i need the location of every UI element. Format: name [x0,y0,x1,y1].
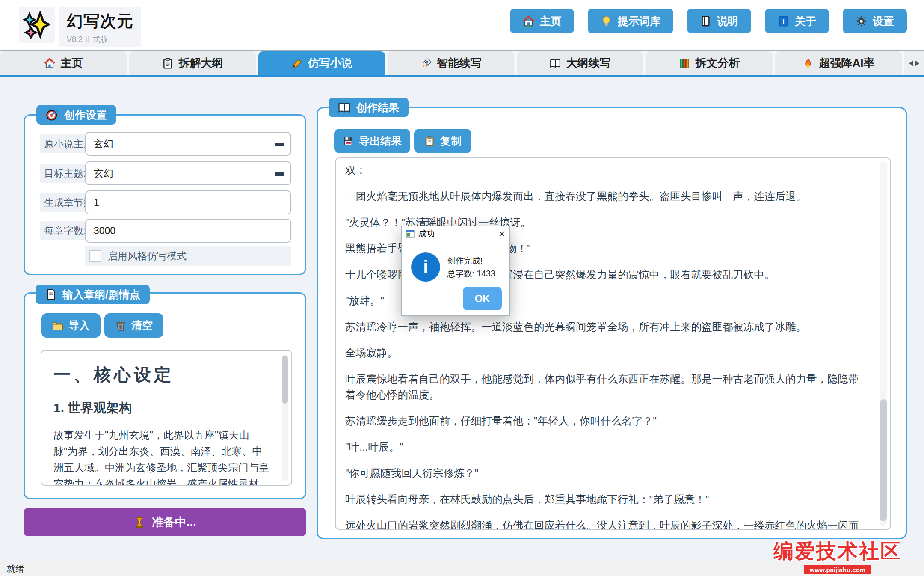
svg-text:i: i [782,17,785,25]
trash-icon [115,320,126,331]
copy-button[interactable]: 复制 [414,129,471,153]
result-textarea[interactable]: 双： 一团火焰毫无预兆地从叶辰体内爆发而出，直接吞没了黑熊的拳头。盗匪头目惨叫一… [335,157,891,530]
settings-panel-title: 创作设置 [64,108,107,122]
tab-home-label: 主页 [61,56,83,71]
tab-text-analysis-label: 拆文分析 [696,56,740,71]
watermark: 编爱技术社区 www.paijiahu.com [773,538,902,574]
dialog-message-line1: 创作完成! [447,254,495,267]
open-book-icon [338,101,351,114]
status-text: 就绪 [7,563,24,575]
outline-panel: 导入 清空 一、核心设定 1. 世界观架构 故事发生于"九州玄境"，此界以五座"… [24,292,306,499]
result-paragraph: 叶辰震惊地看着自己的双手，他能感觉到，体内似乎有什么东西正在苏醒。那是一种古老而… [345,371,863,403]
document-icon [45,288,57,300]
settings-panel: 原小说主题: 玄幻 目标主题: 玄幻 生成章节数: 1 每章字数: 3000 启… [24,114,306,275]
scroll-right-icon[interactable] [915,60,922,66]
generate-button[interactable]: 准备中... [24,508,306,536]
target-theme-select[interactable]: 玄幻 [85,161,291,185]
hourglass-icon [133,516,145,528]
dialog-ok-button[interactable]: OK [463,287,502,310]
app-logo: 幻写次元 V8.2 正式版 [19,7,141,47]
home-button-label: 主页 [540,14,561,28]
home-button[interactable]: 主页 [510,9,574,33]
tab-scroll-arrows[interactable] [904,51,924,75]
tab-smart-continue[interactable]: 智能续写 [388,51,514,75]
style-imitate-checkbox[interactable] [89,250,101,262]
export-result-button[interactable]: 导出结果 [334,129,410,153]
success-dialog: 成功 × i 创作完成! 总字数: 1433 OK [401,226,510,316]
outline-scrollbar[interactable] [282,354,288,481]
tab-home[interactable]: 主页 [0,51,127,75]
rocket-icon [421,58,432,69]
tab-reduce-ai[interactable]: 超强降AI率 [775,51,902,75]
home-icon [44,58,55,69]
tab-outline-continue[interactable]: 大纲续写 [517,51,643,75]
result-paragraph: "叶...叶辰。" [345,439,863,455]
tab-outline-split-label: 拆解大纲 [179,56,223,71]
outline-paragraph: 故事发生于"九州玄境"，此界以五座"镇天山脉"为界，划分出东炎、西漠、南泽、北寒… [53,427,272,486]
dialog-close-button[interactable]: × [499,228,505,239]
tab-imitate-novel-label: 仿写小说 [308,56,352,71]
outline-panel-header: 输入章纲/剧情点 [36,285,150,304]
dialog-message-line2: 总字数: 1433 [447,267,495,280]
books-icon [679,58,690,69]
tabs: 主页 拆解大纲 仿写小说 [0,51,924,75]
words-per-chapter-label: 每章字数: [40,221,90,240]
target-icon [46,108,59,121]
folder-icon [52,320,63,331]
sparkles-icon [23,11,50,39]
style-imitate-row: 启用风格仿写模式 [85,246,291,266]
tab-underline [0,75,924,77]
outline-heading2: 1. 世界观架构 [53,399,272,417]
clear-button-label: 清空 [131,318,153,333]
dialog-title: 成功 [418,228,435,239]
scroll-left-icon[interactable] [906,60,913,66]
result-paragraph: 一团火焰毫无预兆地从叶辰体内爆发而出，直接吞没了黑熊的拳头。盗匪头目惨叫一声，连… [345,188,863,204]
import-button-label: 导入 [68,318,90,333]
result-panel: 导出结果 复制 双： 一团火焰毫无预兆地从叶辰体内爆发而出，直接吞没了黑熊的拳头… [317,107,907,539]
header-buttons: 主页 提示词库 说明 [510,9,907,33]
result-panel-header: 创作结果 [329,98,409,117]
info-circle-icon: i [411,252,440,282]
tab-outline-continue-label: 大纲续写 [566,56,611,71]
chapter-count-input[interactable]: 1 [85,190,291,214]
main-tabbar: 主页 拆解大纲 仿写小说 [0,50,924,77]
source-theme-select[interactable]: 玄幻 [85,132,291,156]
settings-button[interactable]: 设置 [843,9,907,33]
result-paragraph: 叶辰转头看向母亲，在林氏鼓励的点头后，郑重其事地跪下行礼："弟子愿意！" [345,491,863,507]
export-result-label: 导出结果 [359,134,402,148]
tab-text-analysis[interactable]: 拆文分析 [646,51,773,75]
about-button[interactable]: i 关于 [765,9,829,33]
open-book-icon [550,58,561,69]
logo-box [19,7,55,43]
generate-button-label: 准备中... [152,514,196,530]
tab-imitate-novel[interactable]: 仿写小说 [258,51,385,75]
dialog-body: i 创作完成! 总字数: 1433 OK [402,241,509,316]
result-scrollbar-thumb[interactable] [880,399,887,521]
outline-scrollbar-thumb[interactable] [282,356,288,404]
logo-text: 幻写次元 V8.2 正式版 [59,7,141,47]
outline-textarea[interactable]: 一、核心设定 1. 世界观架构 故事发生于"九州玄境"，此界以五座"镇天山脉"为… [41,350,292,486]
result-scrollbar[interactable] [880,162,887,526]
chapter-count-value: 1 [94,197,99,208]
words-per-chapter-input[interactable]: 3000 [85,219,291,243]
tab-outline-split[interactable]: 拆解大纲 [129,51,256,75]
result-panel-title: 创作结果 [356,101,399,115]
settings-button-label: 设置 [873,14,894,28]
watermark-url: www.paijiahu.com [804,565,871,574]
dropdown-mark-icon [275,143,284,146]
bulb-icon [601,15,612,27]
outline-heading1: 一、核心设定 [53,363,272,386]
result-paragraph: 苏清瑶冷哼一声，袖袍轻挥。一道淡蓝色的光幕瞬间笼罩全场，所有冲上来的盗匪都被冻成… [345,319,863,335]
clear-button[interactable]: 清空 [104,313,163,338]
app-header: 幻写次元 V8.2 正式版 主页 [0,0,924,50]
clipboard-icon [162,58,173,69]
prompt-library-button[interactable]: 提示词库 [588,9,673,33]
dialog-titlebar[interactable]: 成功 × [402,226,509,241]
clipboard-icon [424,136,435,147]
outline-panel-title: 输入章纲/剧情点 [62,288,140,302]
import-button[interactable]: 导入 [41,313,101,338]
flame-icon [803,58,814,69]
floppy-icon [343,136,354,147]
source-theme-value: 玄幻 [94,137,113,151]
manual-button[interactable]: 说明 [687,9,751,33]
